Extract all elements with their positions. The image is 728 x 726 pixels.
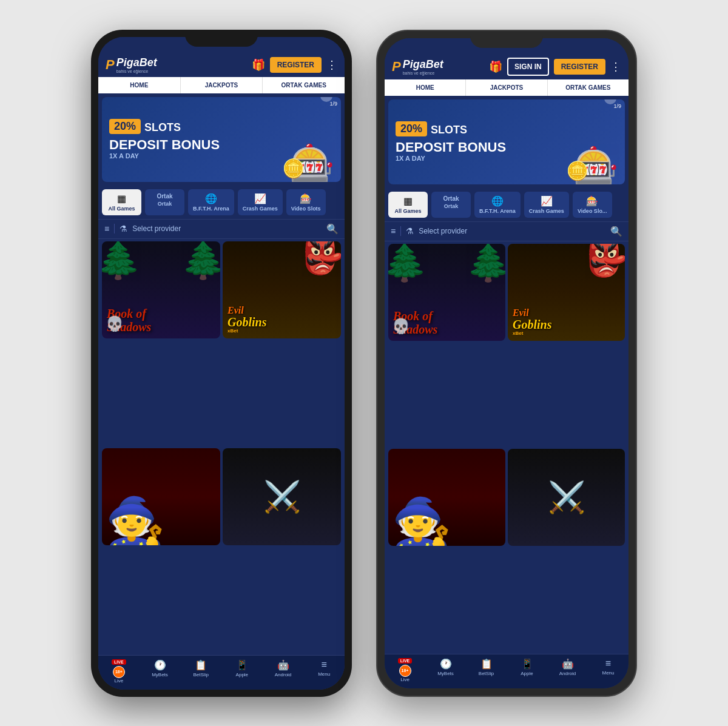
nav-apple-right[interactable]: 📱 Apple (507, 654, 547, 684)
sort-icon-right[interactable]: ≡ (391, 226, 396, 236)
banner-slots-right: SLOTS (431, 124, 467, 136)
android-icon-right: 🤖 (562, 658, 574, 670)
banner-sub-left: 1X A DAY (109, 152, 220, 160)
game-warrior-right[interactable]: 🧙 (388, 449, 505, 546)
apple-icon-left: 📱 (236, 659, 248, 671)
banner-percent-left: 20% (109, 119, 141, 134)
banner-text-left: 20% SLOTS DEPOSIT BONUS 1X A DAY (109, 119, 220, 160)
all-games-icon-right: ▦ (403, 195, 413, 207)
dark-game-icon-left: ⚔️ (263, 479, 301, 514)
nav-betslip-right[interactable]: 📋 BetSlip (466, 654, 507, 684)
video-icon-right: 🎰 (586, 195, 598, 207)
android-icon-left: 🤖 (277, 659, 289, 671)
filter-funnel-left[interactable]: ⚗ (120, 224, 127, 234)
nav-mybets-right[interactable]: 🕐 MyBets (425, 654, 466, 684)
sort-icon-left[interactable]: ≡ (104, 224, 109, 234)
cat-bfth-right[interactable]: 🌐 B.F.T.H. Arena (474, 192, 521, 218)
screen-left: P PigaBet bahis ve eğlence 🎁 REGISTER ⋮ (98, 37, 345, 690)
logo-left: P PigaBet bahis ve eğlence (106, 56, 157, 73)
header-icons-left: 🎁 REGISTER ⋮ (252, 57, 337, 73)
tab-ortak-right[interactable]: ORTAK GAMES (548, 79, 629, 96)
cat-all-games-right[interactable]: ▦ All Games (388, 192, 428, 218)
logo-icon-right: P (392, 59, 401, 75)
nav-betslip-label-left: BetSlip (194, 672, 209, 677)
register-button-left[interactable]: REGISTER (270, 57, 322, 73)
bfth-icon-left: 🌐 (205, 193, 217, 204)
banner-text-right: 20% SLOTS DEPOSIT BONUS 1X A DAY (396, 121, 506, 162)
cat-all-games-left[interactable]: ▦ All Games (102, 189, 141, 215)
nav-apple-label-left: Apple (236, 672, 248, 677)
nav-android-right[interactable]: 🤖 Android (547, 654, 588, 684)
notch-left (185, 30, 258, 47)
cat-video-right[interactable]: 🎰 Video Slo... (573, 192, 612, 218)
cat-bfth-label-left: B.F.T.H. Arena (193, 206, 229, 212)
banner-slots-left: SLOTS (144, 121, 181, 134)
nav-apple-left[interactable]: 📱 Apple (221, 656, 263, 685)
apple-icon-right: 📱 (521, 658, 533, 670)
filter-divider-left (114, 224, 115, 234)
nav-live-right[interactable]: LIVE 18+ Live (385, 654, 425, 684)
filter-divider-right (400, 226, 401, 236)
signin-button-right[interactable]: SIGN IN (507, 58, 549, 76)
cat-crash-right[interactable]: 📈 Crash Games (524, 192, 569, 218)
tab-ortak-left[interactable]: ORTAK GAMES (263, 77, 345, 93)
gift-icon-left[interactable]: 🎁 (252, 58, 265, 72)
app-content-right: P PigaBet bahis ve eğlence 🎁 SIGN IN REG… (385, 38, 629, 688)
nav-live-left[interactable]: LIVE 18+ Live (98, 656, 140, 685)
cat-bfth-left[interactable]: 🌐 B.F.T.H. Arena (188, 189, 234, 215)
header-icons-right: 🎁 SIGN IN REGISTER ⋮ (489, 58, 621, 76)
game-book-of-shadows-right[interactable]: 🌲 🌲 💀 Book ofShadows (388, 244, 505, 341)
banner-left: 20% SLOTS DEPOSIT BONUS 1X A DAY 🎰 🪙 1/9… (102, 97, 341, 182)
cat-video-left[interactable]: 🎰 Video Slots (286, 189, 326, 215)
warrior-icon-right: 🧙 (391, 495, 452, 546)
logo-text-right: PigaBet (403, 58, 443, 71)
nav-tabs-right: HOME JACKPOTS ORTAK GAMES (385, 79, 629, 96)
nav-android-left[interactable]: 🤖 Android (263, 656, 304, 685)
nav-android-label-left: Android (275, 672, 292, 677)
game-evil-goblins-left[interactable]: 👺 Evil Goblins xBet (223, 241, 341, 338)
game-dark-left[interactable]: ⚔️ (223, 448, 341, 545)
cat-crash-left[interactable]: 📈 Crash Games (238, 189, 283, 215)
cat-video-label-left: Video Slots (291, 206, 321, 212)
banner-title-right: DEPOSIT BONUS (396, 140, 506, 155)
nav-android-label-right: Android (559, 671, 576, 676)
game-evil-goblins-right[interactable]: 👺 Evil Goblins xBet (508, 244, 625, 341)
nav-menu-label-left: Menu (318, 671, 330, 677)
game-dark-right[interactable]: ⚔️ (508, 449, 625, 546)
cat-ortak-right[interactable]: Ortak Ortak (431, 192, 471, 218)
banner-title-left: DEPOSIT BONUS (109, 138, 220, 152)
more-icon-left[interactable]: ⋮ (326, 58, 337, 72)
tab-home-left[interactable]: HOME (98, 77, 181, 93)
tab-jackpots-right[interactable]: JACKPOTS (466, 79, 547, 96)
evil-goblins-bg-left: 👺 (223, 241, 341, 338)
banner-percent-right: 20% (396, 121, 427, 136)
cat-ortak-label-right: Ortak (444, 203, 459, 209)
nav-mybets-left[interactable]: 🕐 MyBets (140, 656, 181, 685)
search-icon-right[interactable]: 🔍 (610, 226, 622, 237)
nav-live-label-left: Live (114, 678, 123, 684)
game-book-of-shadows-left[interactable]: 🌲 🌲 💀 Book ofShadows (102, 241, 220, 338)
filter-funnel-right[interactable]: ⚗ (406, 226, 414, 236)
nav-menu-left[interactable]: ≡ Menu (303, 656, 345, 685)
nav-betslip-left[interactable]: 📋 BetSlip (180, 656, 221, 685)
notch-right (470, 31, 543, 48)
evil-goblins-bg-right: 👺 (508, 244, 625, 341)
cat-ortak-left[interactable]: Ortak Ortak (145, 189, 184, 215)
games-grid-right: 🌲 🌲 💀 Book ofShadows 👺 (385, 241, 629, 654)
nav-menu-right[interactable]: ≡ Menu (588, 654, 629, 684)
gift-icon-right[interactable]: 🎁 (489, 60, 502, 73)
logo-sub-left: bahis ve eğlence (116, 69, 157, 73)
phone-left: P PigaBet bahis ve eğlence 🎁 REGISTER ⋮ (91, 30, 352, 697)
game-warrior-left[interactable]: 🧙 (102, 448, 220, 545)
search-icon-left[interactable]: 🔍 (326, 223, 339, 235)
register-button-right[interactable]: REGISTER (554, 59, 605, 75)
tab-jackpots-left[interactable]: JACKPOTS (181, 77, 263, 93)
all-games-icon-left: ▦ (117, 193, 126, 204)
more-icon-right[interactable]: ⋮ (610, 60, 621, 73)
banner-counter-right: 1/9 › (613, 103, 621, 109)
menu-icon-left: ≡ (322, 659, 327, 670)
tab-home-right[interactable]: HOME (385, 79, 466, 96)
filter-label-right: Select provider (419, 227, 605, 235)
bottom-nav-left: LIVE 18+ Live 🕐 MyBets 📋 BetSlip 📱 (98, 655, 345, 690)
nav-live-label-right: Live (400, 677, 410, 682)
